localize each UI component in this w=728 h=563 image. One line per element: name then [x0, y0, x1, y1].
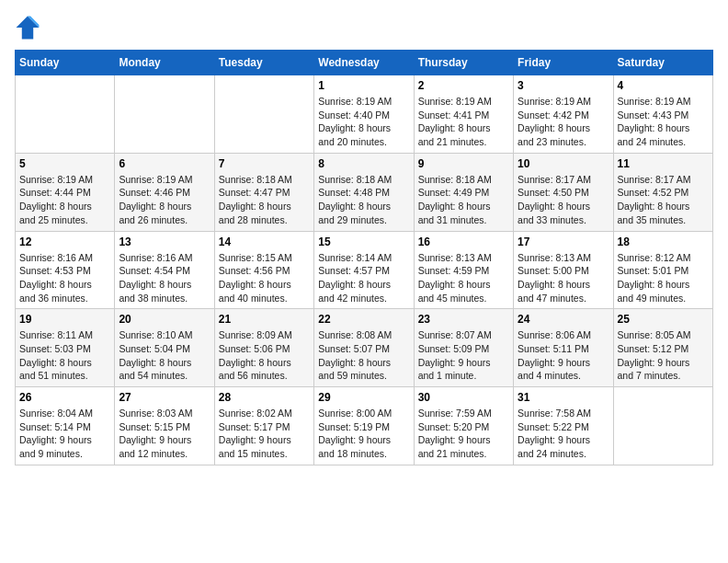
day-number: 28: [219, 391, 310, 404]
calendar-day-cell: 12Sunrise: 8:16 AM Sunset: 4:53 PM Dayli…: [16, 231, 115, 309]
day-number: 10: [518, 157, 609, 170]
day-info: Sunrise: 8:04 AM Sunset: 5:14 PM Dayligh…: [19, 407, 110, 461]
calendar-day-cell: 31Sunrise: 7:58 AM Sunset: 5:22 PM Dayli…: [514, 387, 613, 465]
calendar-day-cell: 29Sunrise: 8:00 AM Sunset: 5:19 PM Dayli…: [314, 387, 414, 465]
calendar-week-row: 5Sunrise: 8:19 AM Sunset: 4:44 PM Daylig…: [16, 153, 713, 231]
calendar-week-row: 19Sunrise: 8:11 AM Sunset: 5:03 PM Dayli…: [16, 309, 713, 387]
calendar-day-header: Saturday: [613, 51, 712, 75]
day-info: Sunrise: 8:18 AM Sunset: 4:49 PM Dayligh…: [418, 173, 509, 227]
calendar-day-cell: 6Sunrise: 8:19 AM Sunset: 4:46 PM Daylig…: [115, 153, 214, 231]
day-info: Sunrise: 8:18 AM Sunset: 4:48 PM Dayligh…: [318, 173, 409, 227]
day-info: Sunrise: 8:17 AM Sunset: 4:52 PM Dayligh…: [618, 173, 709, 227]
day-info: Sunrise: 8:03 AM Sunset: 5:15 PM Dayligh…: [119, 407, 210, 461]
calendar-day-cell: [16, 75, 115, 154]
day-info: Sunrise: 7:59 AM Sunset: 5:20 PM Dayligh…: [418, 407, 509, 461]
calendar-day-cell: 4Sunrise: 8:19 AM Sunset: 4:43 PM Daylig…: [613, 75, 712, 154]
day-number: 30: [418, 391, 509, 404]
day-info: Sunrise: 8:05 AM Sunset: 5:12 PM Dayligh…: [618, 328, 709, 383]
day-info: Sunrise: 8:13 AM Sunset: 5:00 PM Dayligh…: [518, 251, 609, 305]
calendar-day-cell: 8Sunrise: 8:18 AM Sunset: 4:48 PM Daylig…: [314, 153, 414, 231]
calendar-day-cell: 28Sunrise: 8:02 AM Sunset: 5:17 PM Dayli…: [214, 387, 313, 465]
day-number: 13: [119, 236, 210, 248]
calendar-day-cell: 25Sunrise: 8:05 AM Sunset: 5:12 PM Dayli…: [613, 309, 712, 387]
day-info: Sunrise: 8:19 AM Sunset: 4:41 PM Dayligh…: [418, 95, 509, 149]
day-number: 23: [418, 313, 509, 326]
day-number: 29: [318, 391, 409, 404]
day-info: Sunrise: 8:11 AM Sunset: 5:03 PM Dayligh…: [19, 328, 110, 383]
logo-icon: [15, 15, 40, 40]
logo: [15, 15, 46, 40]
calendar-day-header: Sunday: [16, 51, 115, 75]
day-info: Sunrise: 8:16 AM Sunset: 4:54 PM Dayligh…: [119, 251, 210, 305]
day-info: Sunrise: 8:19 AM Sunset: 4:40 PM Dayligh…: [318, 95, 409, 149]
day-info: Sunrise: 8:00 AM Sunset: 5:19 PM Dayligh…: [318, 407, 409, 461]
calendar-day-cell: 16Sunrise: 8:13 AM Sunset: 4:59 PM Dayli…: [414, 231, 513, 309]
calendar-day-cell: 19Sunrise: 8:11 AM Sunset: 5:03 PM Dayli…: [16, 309, 115, 387]
calendar-header-row: SundayMondayTuesdayWednesdayThursdayFrid…: [16, 51, 713, 75]
day-number: 20: [119, 313, 210, 326]
calendar-day-cell: 17Sunrise: 8:13 AM Sunset: 5:00 PM Dayli…: [514, 231, 613, 309]
day-number: 3: [518, 79, 609, 92]
day-number: 27: [119, 391, 210, 404]
calendar-day-cell: [115, 75, 214, 154]
day-number: 26: [19, 391, 110, 404]
calendar-day-cell: 21Sunrise: 8:09 AM Sunset: 5:06 PM Dayli…: [214, 309, 313, 387]
calendar-day-cell: 22Sunrise: 8:08 AM Sunset: 5:07 PM Dayli…: [314, 309, 414, 387]
day-info: Sunrise: 8:12 AM Sunset: 5:01 PM Dayligh…: [618, 251, 709, 305]
calendar-day-header: Friday: [514, 51, 613, 75]
page-header: [15, 15, 713, 40]
calendar-day-header: Thursday: [414, 51, 513, 75]
calendar-day-cell: 7Sunrise: 8:18 AM Sunset: 4:47 PM Daylig…: [214, 153, 313, 231]
day-info: Sunrise: 8:09 AM Sunset: 5:06 PM Dayligh…: [219, 328, 310, 383]
svg-marker-0: [17, 17, 40, 40]
calendar-day-cell: 24Sunrise: 8:06 AM Sunset: 5:11 PM Dayli…: [514, 309, 613, 387]
calendar-day-cell: 30Sunrise: 7:59 AM Sunset: 5:20 PM Dayli…: [414, 387, 513, 465]
day-number: 18: [618, 236, 709, 248]
calendar-day-cell: 15Sunrise: 8:14 AM Sunset: 4:57 PM Dayli…: [314, 231, 414, 309]
day-number: 25: [618, 313, 709, 326]
day-number: 5: [19, 157, 110, 170]
calendar-day-cell: 13Sunrise: 8:16 AM Sunset: 4:54 PM Dayli…: [115, 231, 214, 309]
day-number: 31: [518, 391, 609, 404]
day-number: 24: [518, 313, 609, 326]
day-number: 21: [219, 313, 310, 326]
day-info: Sunrise: 8:16 AM Sunset: 4:53 PM Dayligh…: [19, 251, 110, 305]
day-number: 7: [219, 157, 310, 170]
calendar-day-cell: 14Sunrise: 8:15 AM Sunset: 4:56 PM Dayli…: [214, 231, 313, 309]
day-number: 14: [219, 236, 310, 248]
day-number: 17: [518, 236, 609, 248]
day-info: Sunrise: 8:08 AM Sunset: 5:07 PM Dayligh…: [318, 328, 409, 383]
calendar-day-cell: 27Sunrise: 8:03 AM Sunset: 5:15 PM Dayli…: [115, 387, 214, 465]
calendar-day-cell: 20Sunrise: 8:10 AM Sunset: 5:04 PM Dayli…: [115, 309, 214, 387]
calendar-day-cell: 9Sunrise: 8:18 AM Sunset: 4:49 PM Daylig…: [414, 153, 513, 231]
calendar-week-row: 26Sunrise: 8:04 AM Sunset: 5:14 PM Dayli…: [16, 387, 713, 465]
day-number: 4: [618, 79, 709, 92]
day-number: 1: [318, 79, 409, 92]
day-number: 22: [318, 313, 409, 326]
day-info: Sunrise: 8:19 AM Sunset: 4:46 PM Dayligh…: [119, 173, 210, 227]
calendar-day-cell: 11Sunrise: 8:17 AM Sunset: 4:52 PM Dayli…: [613, 153, 712, 231]
calendar-day-header: Wednesday: [314, 51, 414, 75]
day-number: 11: [618, 157, 709, 170]
calendar-day-cell: [613, 387, 712, 465]
day-number: 16: [418, 236, 509, 248]
calendar-day-cell: 2Sunrise: 8:19 AM Sunset: 4:41 PM Daylig…: [414, 75, 513, 154]
day-number: 15: [318, 236, 409, 248]
calendar-day-cell: 26Sunrise: 8:04 AM Sunset: 5:14 PM Dayli…: [16, 387, 115, 465]
calendar-day-cell: 18Sunrise: 8:12 AM Sunset: 5:01 PM Dayli…: [613, 231, 712, 309]
day-info: Sunrise: 8:15 AM Sunset: 4:56 PM Dayligh…: [219, 251, 310, 305]
day-info: Sunrise: 7:58 AM Sunset: 5:22 PM Dayligh…: [518, 407, 609, 461]
day-info: Sunrise: 8:06 AM Sunset: 5:11 PM Dayligh…: [518, 328, 609, 383]
day-info: Sunrise: 8:13 AM Sunset: 4:59 PM Dayligh…: [418, 251, 509, 305]
day-number: 2: [418, 79, 509, 92]
day-info: Sunrise: 8:10 AM Sunset: 5:04 PM Dayligh…: [119, 328, 210, 383]
day-info: Sunrise: 8:07 AM Sunset: 5:09 PM Dayligh…: [418, 328, 509, 383]
day-info: Sunrise: 8:19 AM Sunset: 4:42 PM Dayligh…: [518, 95, 609, 149]
calendar-week-row: 1Sunrise: 8:19 AM Sunset: 4:40 PM Daylig…: [16, 75, 713, 154]
day-number: 19: [19, 313, 110, 326]
calendar-day-cell: 1Sunrise: 8:19 AM Sunset: 4:40 PM Daylig…: [314, 75, 414, 154]
calendar-day-cell: 23Sunrise: 8:07 AM Sunset: 5:09 PM Dayli…: [414, 309, 513, 387]
day-info: Sunrise: 8:19 AM Sunset: 4:43 PM Dayligh…: [618, 95, 709, 149]
day-number: 6: [119, 157, 210, 170]
calendar-day-header: Tuesday: [214, 51, 313, 75]
